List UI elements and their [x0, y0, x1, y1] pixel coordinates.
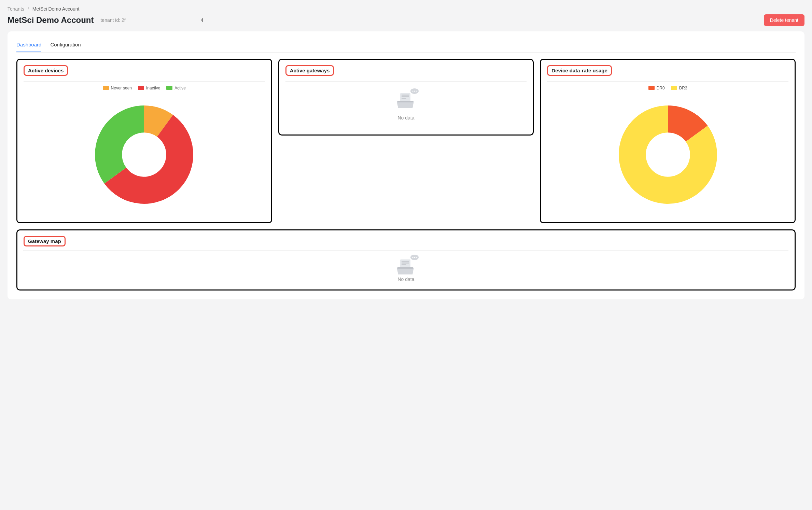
legend-item-dr0: DR0 [648, 86, 665, 90]
legend-item-dr3: DR3 [671, 86, 687, 90]
swatch-dr3-icon [671, 86, 677, 90]
main-panel: Dashboard Configuration Active devices N… [8, 31, 804, 299]
legend-label-dr3: DR3 [679, 86, 687, 90]
svg-rect-17 [397, 267, 413, 269]
tab-dashboard[interactable]: Dashboard [16, 38, 41, 52]
card-title-active-devices: Active devices [24, 65, 68, 76]
svg-point-3 [416, 90, 417, 91]
card-data-rate: Device data-rate usage DR0 DR3 [540, 59, 796, 223]
legend-item-never-seen: Never seen [103, 86, 132, 90]
card-active-devices: Active devices Never seen Inactive Activ… [16, 59, 272, 223]
svg-rect-5 [402, 95, 409, 96]
svg-point-11 [414, 257, 415, 258]
legend-label-active: Active [174, 86, 186, 90]
card-active-gateways: Active gateways No data [278, 59, 534, 136]
empty-state-icon [393, 255, 419, 277]
no-data-gateway-map: No data [24, 251, 788, 284]
svg-rect-15 [402, 263, 409, 264]
no-data-text: No data [397, 277, 414, 282]
donut-chart-active-devices [24, 93, 265, 216]
svg-rect-8 [397, 101, 413, 102]
swatch-inactive-icon [138, 86, 144, 90]
delete-tenant-button[interactable]: Delete tenant [764, 14, 804, 26]
breadcrumb: Tenants / MetSci Demo Account [8, 6, 804, 12]
svg-point-12 [416, 257, 417, 258]
donut-chart-data-rate [547, 93, 788, 216]
breadcrumb-separator: / [28, 6, 29, 12]
stray-value: 4 [201, 17, 204, 23]
swatch-dr0-icon [648, 86, 655, 90]
swatch-never-seen-icon [103, 86, 109, 90]
legend-active-devices: Never seen Inactive Active [24, 86, 265, 90]
swatch-active-icon [166, 86, 172, 90]
svg-rect-16 [402, 264, 406, 265]
card-title-active-gateways: Active gateways [285, 65, 334, 76]
empty-state-icon [393, 88, 419, 110]
page-header: MetSci Demo Account tenant id: 2f 4 Dele… [8, 14, 804, 26]
card-title-gateway-map: Gateway map [24, 236, 66, 246]
svg-rect-6 [402, 96, 409, 97]
legend-item-inactive: Inactive [138, 86, 160, 90]
tenant-id-label: tenant id: 2f [100, 17, 125, 23]
no-data-active-gateways: No data [285, 86, 527, 121]
legend-data-rate: DR0 DR3 [547, 86, 788, 90]
svg-rect-14 [402, 261, 409, 262]
svg-point-10 [412, 257, 413, 258]
no-data-text: No data [397, 115, 414, 121]
card-title-data-rate: Device data-rate usage [547, 65, 612, 76]
card-gateway-map: Gateway map No data [16, 229, 796, 291]
legend-label-inactive: Inactive [146, 86, 160, 90]
svg-point-2 [414, 90, 415, 91]
legend-label-never-seen: Never seen [111, 86, 132, 90]
svg-point-1 [412, 90, 413, 91]
tab-configuration[interactable]: Configuration [50, 38, 81, 52]
breadcrumb-link-tenants[interactable]: Tenants [8, 6, 24, 12]
legend-label-dr0: DR0 [657, 86, 665, 90]
svg-rect-7 [402, 98, 406, 99]
tabs: Dashboard Configuration [16, 38, 796, 53]
legend-item-active: Active [166, 86, 186, 90]
breadcrumb-current: MetSci Demo Account [32, 6, 80, 12]
page-title: MetSci Demo Account [8, 15, 94, 25]
